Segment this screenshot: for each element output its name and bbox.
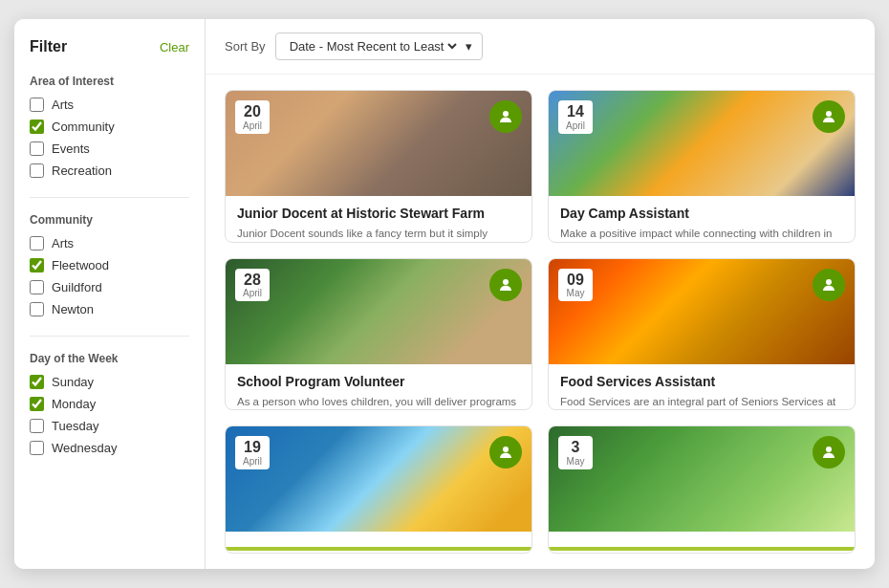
checkbox-guildford[interactable] (30, 280, 44, 294)
community-section: Community ArtsFleetwoodGuildfordNewton (30, 213, 189, 316)
label-sunday: Sunday (52, 375, 94, 389)
checkbox-events[interactable] (30, 142, 44, 156)
main-content: Sort By Date - Most Recent to Least Date… (206, 19, 875, 569)
sort-select-wrapper[interactable]: Date - Most Recent to Least Date - Least… (275, 33, 483, 60)
svg-point-1 (826, 111, 832, 117)
checkbox-arts2[interactable] (30, 236, 44, 250)
card-card3[interactable]: 28 April School Program Volunteer As a p… (225, 258, 532, 411)
card-title: Day Camp Assistant (560, 206, 843, 221)
label-arts: Arts (52, 98, 74, 112)
card-card6[interactable]: 3 May (548, 425, 856, 554)
card-image: 09 May (549, 259, 855, 364)
date-month: April (242, 288, 263, 298)
date-badge: 14 April (558, 100, 593, 134)
divider-2 (30, 336, 189, 337)
category-icon (813, 100, 845, 133)
card-card2[interactable]: 14 April Day Camp Assistant Make a posit… (548, 90, 856, 243)
svg-point-3 (826, 279, 832, 285)
card-image: 3 May (549, 426, 855, 532)
label-tuesday: Tuesday (52, 419, 98, 433)
date-badge: 19 April (235, 436, 270, 469)
filter-item-arts[interactable]: Arts (30, 98, 189, 112)
filter-item-community[interactable]: Community (30, 120, 189, 134)
date-day: 19 (242, 439, 263, 456)
area-of-interest-section: Area of Interest ArtsCommunityEventsRecr… (30, 75, 189, 178)
category-icon (489, 436, 522, 468)
card-title: Food Services Assistant (560, 374, 843, 389)
filter-item-events[interactable]: Events (30, 142, 189, 156)
card-accent (226, 547, 531, 551)
filter-item-monday[interactable]: Monday (30, 397, 189, 411)
card-title: Junior Docent at Historic Stewart Farm (237, 206, 520, 221)
label-monday: Monday (52, 397, 96, 411)
date-day: 14 (565, 103, 586, 120)
toolbar: Sort By Date - Most Recent to Least Date… (206, 19, 875, 75)
date-day: 20 (242, 103, 263, 120)
day-of-week-title: Day of the Week (30, 352, 189, 365)
card-card4[interactable]: 09 May Food Services Assistant Food Serv… (548, 258, 856, 411)
sidebar: Filter Clear Area of Interest ArtsCommun… (14, 19, 206, 569)
filter-item-sunday[interactable]: Sunday (30, 375, 189, 389)
sort-select[interactable]: Date - Most Recent to Least Date - Least… (286, 38, 460, 54)
date-month: April (242, 120, 263, 131)
card-body: Food Services Assistant Food Services ar… (549, 364, 855, 411)
category-icon (813, 436, 845, 468)
checkbox-newton[interactable] (30, 302, 44, 316)
chevron-down-icon: ▾ (466, 39, 472, 54)
date-month: May (565, 456, 586, 467)
date-month: April (242, 456, 263, 467)
card-card1[interactable]: 20 April Junior Docent at Historic Stewa… (225, 90, 532, 243)
date-badge: 09 May (558, 269, 593, 302)
card-desc: Make a positive impact while connecting … (560, 226, 843, 243)
filter-title: Filter (30, 38, 67, 55)
community-title: Community (30, 213, 189, 227)
checkbox-fleetwood[interactable] (30, 258, 44, 272)
card-card5[interactable]: 19 April (225, 425, 532, 554)
label-fleetwood: Fleetwood (52, 258, 109, 272)
filter-item-newton[interactable]: Newton (30, 302, 189, 316)
date-badge: 20 April (235, 100, 270, 134)
filter-item-recreation[interactable]: Recreation (30, 163, 189, 178)
date-badge: 28 April (235, 269, 270, 302)
date-month: May (565, 288, 586, 298)
cards-grid: 20 April Junior Docent at Historic Stewa… (206, 75, 875, 569)
checkbox-arts[interactable] (30, 98, 44, 112)
label-recreation: Recreation (52, 163, 112, 178)
label-arts2: Arts (52, 236, 74, 250)
checkbox-recreation[interactable] (30, 163, 44, 178)
checkbox-community[interactable] (30, 120, 44, 134)
card-title: School Program Volunteer (237, 374, 520, 389)
filter-item-guildford[interactable]: Guildford (30, 280, 189, 294)
checkbox-monday[interactable] (30, 397, 44, 411)
card-desc: As a person who loves children, you will… (237, 394, 520, 411)
clear-button[interactable]: Clear (160, 40, 189, 54)
card-image: 14 April (549, 91, 855, 196)
card-body (226, 532, 531, 553)
label-wednesday: Wednesday (52, 441, 117, 455)
app-container: Filter Clear Area of Interest ArtsCommun… (14, 19, 875, 569)
card-accent (549, 547, 855, 551)
card-desc: Food Services are an integral part of Se… (560, 394, 843, 411)
svg-point-0 (503, 111, 509, 117)
filter-item-tuesday[interactable]: Tuesday (30, 419, 189, 433)
day-of-week-section: Day of the Week SundayMondayTuesdayWedne… (30, 352, 189, 455)
card-body (549, 532, 855, 553)
date-day: 09 (565, 272, 586, 289)
date-badge: 3 May (558, 436, 593, 469)
filter-item-fleetwood[interactable]: Fleetwood (30, 258, 189, 272)
checkbox-tuesday[interactable] (30, 419, 44, 433)
card-image: 19 April (226, 426, 531, 532)
card-body: Day Camp Assistant Make a positive impac… (549, 196, 855, 243)
filter-item-wednesday[interactable]: Wednesday (30, 441, 189, 455)
checkbox-sunday[interactable] (30, 375, 44, 389)
card-image: 28 April (226, 259, 531, 364)
category-icon (489, 269, 522, 301)
sidebar-header: Filter Clear (30, 38, 189, 55)
card-body: Junior Docent at Historic Stewart Farm J… (226, 196, 531, 243)
area-of-interest-title: Area of Interest (30, 75, 189, 88)
date-month: April (565, 120, 586, 131)
checkbox-wednesday[interactable] (30, 441, 44, 455)
category-icon (489, 100, 522, 133)
filter-item-arts2[interactable]: Arts (30, 236, 189, 250)
date-day: 3 (565, 439, 586, 456)
